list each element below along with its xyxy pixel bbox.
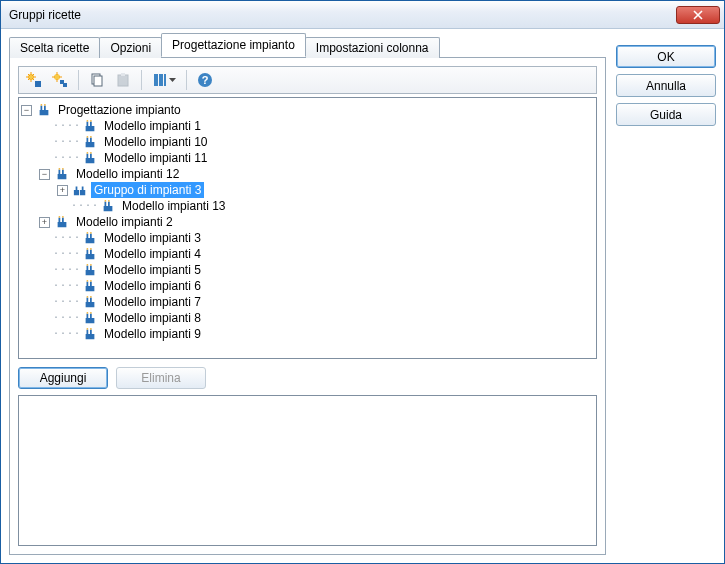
svg-text:?: ? (202, 74, 209, 86)
titlebar: Gruppi ricette (1, 1, 724, 29)
svg-rect-44 (105, 202, 107, 206)
tree-node-label[interactable]: Modello impianti 6 (101, 278, 204, 294)
svg-rect-25 (87, 138, 89, 142)
toggle-spacer (39, 121, 50, 132)
svg-rect-78 (86, 318, 95, 323)
tree-node-label[interactable]: Modello impianti 13 (119, 198, 228, 214)
tree-node[interactable]: ····Modello impianti 1 (21, 118, 594, 134)
main-column: Scelta ricette Opzioni Progettazione imp… (9, 35, 606, 555)
svg-rect-9 (154, 74, 158, 86)
toolbar-columns[interactable] (149, 69, 179, 91)
toolbar-paste[interactable] (112, 69, 134, 91)
svg-point-33 (90, 152, 92, 154)
tree-view[interactable]: −Progettazione impianto····Modello impia… (18, 97, 597, 359)
tree-node-label[interactable]: Modello impianti 9 (101, 326, 204, 342)
tree-node[interactable]: ····Modello impianti 9 (21, 326, 594, 342)
svg-rect-34 (58, 174, 67, 179)
plant-group-icon (72, 182, 88, 198)
tab-panel-plant-design: ? −Progettazione impianto····Modello imp… (9, 57, 606, 555)
tree-node[interactable]: ····Modello impianti 13 (21, 198, 594, 214)
svg-rect-8 (121, 73, 125, 76)
svg-rect-45 (108, 202, 110, 206)
svg-point-32 (87, 152, 89, 154)
tree-node[interactable]: ····Modello impianti 4 (21, 246, 594, 262)
copy-icon (89, 72, 105, 88)
tree-node-label[interactable]: Modello impianti 2 (73, 214, 176, 230)
plant-icon (82, 246, 98, 262)
tree-node[interactable]: ····Modello impianti 8 (21, 310, 594, 326)
svg-rect-7 (118, 75, 128, 86)
svg-point-86 (87, 328, 89, 330)
tree-node-label[interactable]: Modello impianti 8 (101, 310, 204, 326)
tab-plant-design[interactable]: Progettazione impianto (161, 33, 306, 57)
svg-rect-35 (59, 170, 61, 174)
svg-rect-63 (86, 270, 95, 275)
tree-node-label[interactable]: Modello impianti 1 (101, 118, 204, 134)
dialog-window: Gruppi ricette Scelta ricette Opzioni Pr… (0, 0, 725, 564)
svg-rect-39 (74, 190, 79, 195)
tree-node-label[interactable]: Modello impianti 5 (101, 262, 204, 278)
side-buttons: OK Annulla Guida (616, 35, 716, 555)
plant-icon (82, 134, 98, 150)
toolbar-new-item[interactable] (23, 69, 45, 91)
toggle-spacer (39, 249, 50, 260)
tree-node[interactable]: ····Modello impianti 6 (21, 278, 594, 294)
tree-node[interactable]: −Modello impianti 12 (21, 166, 594, 182)
tree-node-label[interactable]: Modello impianti 4 (101, 246, 204, 262)
plant-icon (82, 326, 98, 342)
svg-point-81 (87, 312, 89, 314)
plant-icon (82, 118, 98, 134)
delete-button: Elimina (116, 367, 206, 389)
svg-rect-19 (86, 126, 95, 131)
toolbar-help[interactable]: ? (194, 69, 216, 91)
close-button[interactable] (676, 6, 720, 24)
tab-recipe-choice[interactable]: Scelta ricette (9, 37, 100, 58)
svg-point-28 (90, 136, 92, 138)
svg-rect-1 (35, 81, 41, 87)
svg-rect-68 (86, 286, 95, 291)
toolbar-new-subitem[interactable] (49, 69, 71, 91)
expand-toggle[interactable]: + (57, 185, 68, 196)
svg-rect-84 (87, 330, 89, 334)
svg-rect-60 (90, 250, 92, 254)
toggle-spacer (39, 233, 50, 244)
tree-node-label[interactable]: Modello impianti 12 (73, 166, 182, 182)
tree-node[interactable]: ····Modello impianti 7 (21, 294, 594, 310)
tree-node-label[interactable]: Modello impianti 10 (101, 134, 210, 150)
svg-rect-54 (87, 234, 89, 238)
plant-icon (82, 150, 98, 166)
ok-button[interactable]: OK (616, 45, 716, 68)
svg-rect-58 (86, 254, 95, 259)
tree-node-label[interactable]: Progettazione impianto (55, 102, 184, 118)
tab-column-settings[interactable]: Impostazioni colonna (305, 37, 440, 58)
tab-options[interactable]: Opzioni (99, 37, 162, 58)
tree-node[interactable]: +Modello impianti 2 (21, 214, 594, 230)
svg-rect-24 (86, 142, 95, 147)
svg-rect-6 (94, 76, 102, 86)
tree-node[interactable]: ····Modello impianti 10 (21, 134, 594, 150)
add-button[interactable]: Aggiungi (18, 367, 108, 389)
tree-node-label[interactable]: Modello impianti 7 (101, 294, 204, 310)
tree-node[interactable]: ····Modello impianti 5 (21, 262, 594, 278)
toggle-spacer (39, 281, 50, 292)
collapse-toggle[interactable]: − (21, 105, 32, 116)
help-button[interactable]: Guida (616, 103, 716, 126)
tree-node[interactable]: ····Modello impianti 11 (21, 150, 594, 166)
svg-point-87 (90, 328, 92, 330)
toggle-spacer (39, 329, 50, 340)
toggle-spacer (39, 297, 50, 308)
toolbar-copy[interactable] (86, 69, 108, 91)
svg-point-82 (90, 312, 92, 314)
details-panel (18, 395, 597, 546)
tree-node-label[interactable]: Gruppo di impianti 3 (91, 182, 204, 198)
svg-rect-74 (87, 298, 89, 302)
tree-node-label[interactable]: Modello impianti 3 (101, 230, 204, 246)
tree-node[interactable]: −Progettazione impianto (21, 102, 594, 118)
tree-node-label[interactable]: Modello impianti 11 (101, 150, 210, 166)
tree-node[interactable]: +Gruppo di impianti 3 (21, 182, 594, 198)
svg-point-66 (87, 264, 89, 266)
expand-toggle[interactable]: + (39, 217, 50, 228)
collapse-toggle[interactable]: − (39, 169, 50, 180)
tree-node[interactable]: ····Modello impianti 3 (21, 230, 594, 246)
cancel-button[interactable]: Annulla (616, 74, 716, 97)
